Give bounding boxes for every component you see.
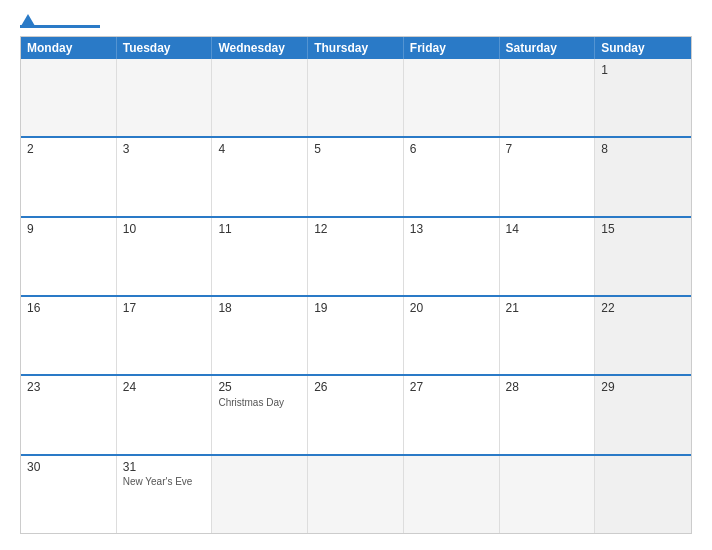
day-event: New Year's Eve [123,476,206,488]
day-cell: 22 [595,297,691,374]
day-number: 17 [123,301,206,315]
day-number: 22 [601,301,685,315]
day-cell: 17 [117,297,213,374]
day-number: 21 [506,301,589,315]
week-row-5: 3031New Year's Eve [21,454,691,533]
day-cell [308,456,404,533]
header [20,16,692,28]
logo-blue-bar [20,25,100,28]
calendar: MondayTuesdayWednesdayThursdayFridaySatu… [20,36,692,534]
day-cell: 2 [21,138,117,215]
day-cell: 21 [500,297,596,374]
day-header-tuesday: Tuesday [117,37,213,59]
week-row-2: 9101112131415 [21,216,691,295]
day-number: 3 [123,142,206,156]
day-number: 9 [27,222,110,236]
day-cell: 14 [500,218,596,295]
day-number: 7 [506,142,589,156]
day-cell [212,456,308,533]
week-row-0: 1 [21,59,691,136]
day-number: 18 [218,301,301,315]
weeks-container: 1234567891011121314151617181920212223242… [21,59,691,533]
week-row-4: 232425Christmas Day26272829 [21,374,691,453]
day-cell: 19 [308,297,404,374]
page: MondayTuesdayWednesdayThursdayFridaySatu… [0,0,712,550]
week-row-1: 2345678 [21,136,691,215]
week-row-3: 16171819202122 [21,295,691,374]
day-number: 25 [218,380,301,394]
day-cell: 9 [21,218,117,295]
day-cell: 24 [117,376,213,453]
day-cell: 28 [500,376,596,453]
day-header-saturday: Saturday [500,37,596,59]
day-number: 14 [506,222,589,236]
day-number: 23 [27,380,110,394]
logo [20,16,100,28]
day-cell: 6 [404,138,500,215]
day-number: 26 [314,380,397,394]
day-cell: 13 [404,218,500,295]
day-cell [404,456,500,533]
day-header-friday: Friday [404,37,500,59]
day-number: 1 [601,63,685,77]
day-cell [500,59,596,136]
day-cell [500,456,596,533]
day-cell [308,59,404,136]
day-cell: 11 [212,218,308,295]
day-cell: 4 [212,138,308,215]
day-number: 15 [601,222,685,236]
day-cell: 3 [117,138,213,215]
day-number: 19 [314,301,397,315]
day-number: 12 [314,222,397,236]
day-number: 28 [506,380,589,394]
day-cell [595,456,691,533]
day-number: 10 [123,222,206,236]
day-cell: 12 [308,218,404,295]
day-header-wednesday: Wednesday [212,37,308,59]
day-cell: 15 [595,218,691,295]
day-cell [21,59,117,136]
day-cell [212,59,308,136]
day-cell: 8 [595,138,691,215]
day-cell: 31New Year's Eve [117,456,213,533]
day-number: 13 [410,222,493,236]
day-number: 5 [314,142,397,156]
day-cell: 10 [117,218,213,295]
day-number: 6 [410,142,493,156]
day-cell: 5 [308,138,404,215]
day-number: 11 [218,222,301,236]
day-cell: 30 [21,456,117,533]
day-header-thursday: Thursday [308,37,404,59]
day-cell: 18 [212,297,308,374]
day-cell: 16 [21,297,117,374]
day-cell: 25Christmas Day [212,376,308,453]
day-cell: 1 [595,59,691,136]
day-cell: 29 [595,376,691,453]
day-event: Christmas Day [218,397,301,409]
day-number: 8 [601,142,685,156]
day-header-sunday: Sunday [595,37,691,59]
day-number: 2 [27,142,110,156]
day-header-monday: Monday [21,37,117,59]
day-number: 27 [410,380,493,394]
day-cell: 26 [308,376,404,453]
day-cell [117,59,213,136]
day-headers-row: MondayTuesdayWednesdayThursdayFridaySatu… [21,37,691,59]
day-cell: 23 [21,376,117,453]
day-number: 29 [601,380,685,394]
day-cell [404,59,500,136]
day-number: 30 [27,460,110,474]
day-cell: 7 [500,138,596,215]
day-number: 24 [123,380,206,394]
day-number: 20 [410,301,493,315]
day-cell: 27 [404,376,500,453]
day-number: 31 [123,460,206,474]
day-number: 16 [27,301,110,315]
day-number: 4 [218,142,301,156]
day-cell: 20 [404,297,500,374]
